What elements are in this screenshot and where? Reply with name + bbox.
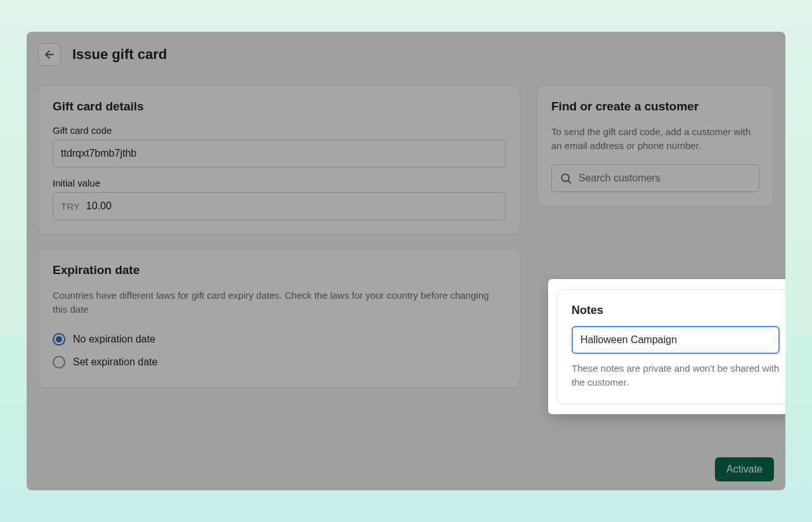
- svg-line-2: [568, 180, 571, 183]
- radio-set-expiration[interactable]: Set expiration date: [53, 351, 506, 374]
- arrow-left-icon: [43, 48, 56, 61]
- expiration-card: Expiration date Countries have different…: [38, 249, 520, 388]
- radio-label: No expiration date: [73, 334, 155, 345]
- search-icon: [560, 172, 572, 185]
- notes-input[interactable]: [572, 326, 780, 354]
- customer-search-input[interactable]: [579, 173, 751, 184]
- card-title: Find or create a customer: [551, 100, 759, 114]
- page-title: Issue gift card: [72, 46, 167, 63]
- radio-no-expiration[interactable]: No expiration date: [53, 328, 506, 351]
- card-title: Notes: [572, 304, 780, 317]
- notes-card: Notes These notes are private and won't …: [557, 289, 785, 404]
- gift-card-code-input[interactable]: [53, 140, 506, 167]
- customer-search[interactable]: [551, 164, 759, 192]
- notes-highlight: Notes These notes are private and won't …: [548, 279, 785, 414]
- gift-card-details-card: Gift card details Gift card code Initial…: [38, 85, 520, 235]
- gift-card-code-label: Gift card code: [53, 125, 506, 136]
- back-button[interactable]: [38, 43, 61, 66]
- left-column: Gift card details Gift card code Initial…: [38, 85, 520, 388]
- activate-button[interactable]: Activate: [715, 457, 774, 481]
- customer-card: Find or create a customer To send the gi…: [537, 85, 774, 207]
- radio-label: Set expiration date: [73, 356, 157, 368]
- radio-icon: [53, 333, 65, 346]
- page-header: Issue gift card: [27, 32, 785, 74]
- card-title: Gift card details: [53, 100, 506, 114]
- card-title: Expiration date: [53, 263, 506, 277]
- initial-value-wrap: TRY: [53, 192, 506, 220]
- expiration-helper: Countries have different laws for gift c…: [53, 289, 506, 316]
- initial-value-input[interactable]: [84, 193, 505, 219]
- page-frame: Issue gift card Gift card details Gift c…: [27, 32, 785, 490]
- footer: Activate: [27, 448, 785, 490]
- notes-subtext: These notes are private and won't be sha…: [572, 362, 780, 389]
- radio-icon: [53, 356, 65, 369]
- initial-value-label: Initial value: [53, 178, 506, 188]
- currency-prefix: TRY: [53, 201, 84, 212]
- customer-helper: To send the gift card code, add a custom…: [551, 125, 759, 153]
